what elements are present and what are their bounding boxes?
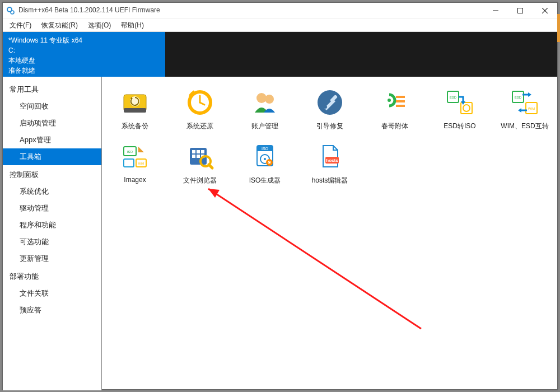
wim-esd-swap-icon: ESD WIM bbox=[509, 87, 540, 118]
menu-bar: 文件(F) 恢复功能(R) 选项(O) 帮助(H) bbox=[3, 19, 557, 32]
svg-rect-45 bbox=[192, 155, 195, 158]
svg-point-54 bbox=[264, 158, 266, 160]
clock-restore-icon bbox=[184, 87, 216, 118]
image-info-strip: *Windows 11 专业版 x64 C: 本地硬盘 准备就绪 bbox=[3, 32, 557, 77]
tile-label: WIM、ESD互转 bbox=[501, 122, 548, 131]
hosts-file-icon: hosts bbox=[314, 141, 346, 172]
svg-text:hosts: hosts bbox=[326, 158, 338, 163]
svg-marker-37 bbox=[138, 147, 144, 152]
svg-point-19 bbox=[324, 105, 327, 109]
sidebar-item-optional-feat[interactable]: 可选功能 bbox=[3, 234, 101, 250]
sidebar-item-file-assoc[interactable]: 文件关联 bbox=[3, 285, 101, 302]
tile-label: 引导修复 bbox=[316, 122, 343, 131]
file-browser-icon bbox=[184, 141, 216, 172]
sidebar-item-appx-manage[interactable]: Appx管理 bbox=[3, 132, 101, 148]
image-info-dark-area bbox=[165, 32, 557, 77]
sidebar-group-control-panel: 控制面板 bbox=[3, 165, 101, 183]
tile-file-browser[interactable]: 文件浏览器 bbox=[177, 141, 223, 185]
svg-text:ISO: ISO bbox=[262, 147, 269, 151]
maximize-button[interactable] bbox=[508, 3, 533, 18]
sidebar-group-deployment: 部署功能 bbox=[3, 267, 101, 285]
tool-grid: 系统备份 系统还原 bbox=[112, 87, 552, 185]
tile-label: 系统备份 bbox=[122, 122, 148, 131]
svg-rect-38 bbox=[124, 159, 134, 167]
svg-text:ESD: ESD bbox=[515, 96, 522, 99]
tile-label: hosts编辑器 bbox=[312, 176, 348, 185]
title-bar: Dism++x64 Beta 10.1.2002.114 UEFI Firmwa… bbox=[3, 3, 557, 19]
svg-point-1 bbox=[11, 11, 14, 14]
sidebar-item-startup-manage[interactable]: 启动项管理 bbox=[3, 115, 101, 132]
svg-rect-43 bbox=[197, 150, 200, 153]
sidebar-item-space-cleanup[interactable]: 空间回收 bbox=[3, 98, 101, 115]
tile-boot-repair[interactable]: 引导修复 bbox=[307, 87, 353, 131]
menu-options[interactable]: 选项(O) bbox=[83, 20, 115, 31]
svg-marker-34 bbox=[518, 108, 521, 113]
svg-point-27 bbox=[463, 105, 470, 111]
tile-label: 文件浏览器 bbox=[183, 176, 217, 185]
sidebar-item-programs[interactable]: 程序和功能 bbox=[3, 217, 101, 234]
tile-chunge-attach[interactable]: 春哥附体 bbox=[372, 87, 418, 131]
sidebar-item-unattend[interactable]: 预应答 bbox=[3, 302, 101, 319]
tile-system-backup[interactable]: 系统备份 bbox=[112, 87, 158, 131]
wrench-screwdriver-icon bbox=[314, 87, 346, 118]
esd-to-iso-icon: ESD bbox=[444, 87, 475, 118]
svg-text:ISO: ISO bbox=[127, 150, 133, 153]
sidebar-group-common-tools: 常用工具 bbox=[3, 80, 101, 98]
tile-label: ISO生成器 bbox=[249, 176, 281, 185]
svg-rect-44 bbox=[201, 150, 204, 153]
info-status: 准备就绪 bbox=[8, 66, 160, 76]
background-window-sliver bbox=[557, 14, 560, 42]
menu-help[interactable]: 帮助(H) bbox=[116, 20, 148, 31]
window-title: Dism++x64 Beta 10.1.2002.114 UEFI Firmwa… bbox=[18, 6, 483, 15]
svg-point-16 bbox=[265, 95, 274, 104]
sidebar: 常用工具 空间回收 启动项管理 Appx管理 工具箱 控制面板 系统优化 驱动管… bbox=[3, 77, 102, 390]
sidebar-item-system-optimize[interactable]: 系统优化 bbox=[3, 183, 101, 200]
tile-account-manage[interactable]: 账户管理 bbox=[242, 87, 288, 131]
svg-point-20 bbox=[388, 99, 391, 102]
app-window: Dism++x64 Beta 10.1.2002.114 UEFI Firmwa… bbox=[2, 2, 558, 390]
svg-text:WIM: WIM bbox=[138, 162, 144, 165]
svg-rect-42 bbox=[192, 150, 195, 153]
tile-hosts-editor[interactable]: hosts hosts编辑器 bbox=[307, 141, 353, 185]
tile-label: 账户管理 bbox=[251, 122, 278, 131]
info-os-line: *Windows 11 专业版 x64 bbox=[8, 35, 160, 45]
svg-line-49 bbox=[209, 165, 212, 168]
minimize-button[interactable] bbox=[483, 3, 508, 18]
menu-recover[interactable]: 恢复功能(R) bbox=[37, 20, 82, 31]
svg-rect-21 bbox=[396, 96, 405, 98]
tile-iso-maker[interactable]: ISO ISO生成器 bbox=[242, 141, 288, 185]
god-mode-icon bbox=[379, 87, 410, 118]
hdd-backup-icon bbox=[119, 87, 151, 118]
users-icon bbox=[249, 87, 281, 118]
svg-rect-7 bbox=[124, 108, 146, 113]
tile-label: Imagex bbox=[124, 176, 146, 184]
svg-line-58 bbox=[208, 189, 421, 329]
tile-esd-to-iso[interactable]: ESD ESD转ISO bbox=[437, 87, 483, 131]
tile-imagex[interactable]: ISO WIM Imagex bbox=[112, 141, 158, 185]
tile-label: 系统还原 bbox=[186, 122, 213, 131]
svg-text:WIM: WIM bbox=[528, 107, 535, 110]
tile-label: ESD转ISO bbox=[444, 122, 475, 131]
app-gear-icon bbox=[6, 6, 15, 15]
svg-rect-46 bbox=[197, 155, 200, 158]
svg-marker-33 bbox=[528, 92, 531, 97]
svg-rect-22 bbox=[396, 100, 405, 102]
sidebar-item-toolbox[interactable]: 工具箱 bbox=[3, 148, 101, 165]
close-button[interactable] bbox=[533, 3, 557, 18]
svg-rect-23 bbox=[396, 105, 405, 107]
svg-marker-59 bbox=[208, 189, 220, 198]
svg-rect-3 bbox=[518, 8, 523, 13]
image-info-panel[interactable]: *Windows 11 专业版 x64 C: 本地硬盘 准备就绪 bbox=[3, 32, 165, 77]
menu-file[interactable]: 文件(F) bbox=[5, 20, 36, 31]
tile-system-restore[interactable]: 系统还原 bbox=[177, 87, 223, 131]
tile-wim-esd-swap[interactable]: ESD WIM WIM、ESD互转 bbox=[502, 87, 548, 131]
imagex-icon: ISO WIM bbox=[119, 141, 151, 172]
info-drive: C: bbox=[8, 45, 160, 55]
tile-label: 春哥附体 bbox=[381, 122, 408, 131]
sidebar-item-driver-manage[interactable]: 驱动管理 bbox=[3, 200, 101, 217]
info-disk-type: 本地硬盘 bbox=[8, 55, 160, 66]
toolbox-pane: 系统备份 系统还原 bbox=[102, 77, 557, 390]
sidebar-item-update-manage[interactable]: 更新管理 bbox=[3, 250, 101, 267]
svg-text:ESD: ESD bbox=[450, 96, 457, 99]
iso-maker-icon: ISO bbox=[249, 141, 281, 172]
